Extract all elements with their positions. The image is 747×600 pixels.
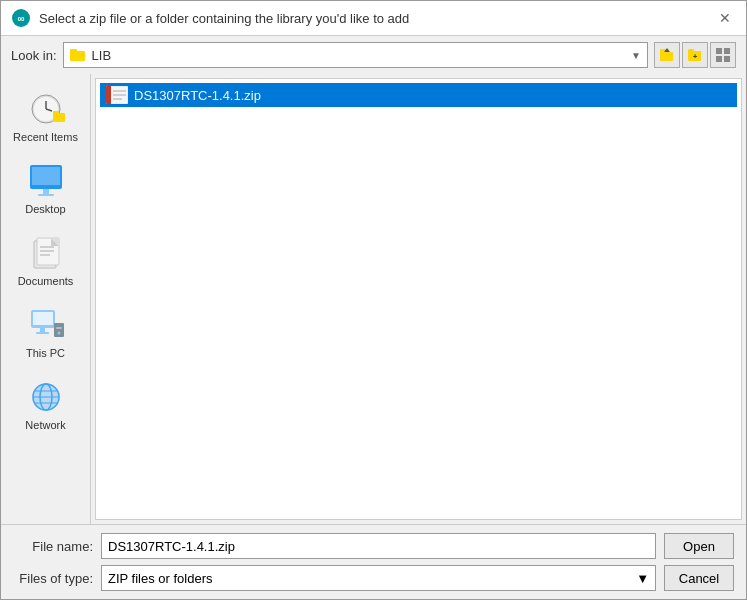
svg-rect-11 xyxy=(724,48,730,54)
network-icon xyxy=(26,377,66,417)
sidebar: Recent Items Desktop xyxy=(1,74,91,524)
title-bar-left: ∞ Select a zip file or a folder containi… xyxy=(11,8,409,28)
filetype-label: Files of type: xyxy=(13,571,93,586)
sidebar-network-label: Network xyxy=(25,419,65,431)
documents-icon xyxy=(26,233,66,273)
look-in-label: Look in: xyxy=(11,48,57,63)
recent-items-icon xyxy=(26,89,66,129)
filename-row: File name: Open xyxy=(13,533,734,559)
sidebar-documents-label: Documents xyxy=(18,275,74,287)
toolbar: Look in: LIB ▼ + xyxy=(1,36,746,74)
title-bar: ∞ Select a zip file or a folder containi… xyxy=(1,1,746,36)
desktop-icon xyxy=(26,161,66,201)
look-in-combo[interactable]: LIB ▼ xyxy=(63,42,648,68)
filetype-combo[interactable]: ZIP files or folders ▼ xyxy=(101,565,656,591)
file-name: DS1307RTC-1.4.1.zip xyxy=(134,88,261,103)
close-button[interactable]: ✕ xyxy=(714,7,736,29)
zip-file-icon xyxy=(106,86,128,104)
view-toggle-button[interactable] xyxy=(710,42,736,68)
cancel-button[interactable]: Cancel xyxy=(664,565,734,591)
toolbar-buttons: + xyxy=(654,42,736,68)
sidebar-item-documents[interactable]: Documents xyxy=(6,226,86,294)
svg-rect-13 xyxy=(724,56,730,62)
new-folder-button[interactable]: + xyxy=(682,42,708,68)
svg-rect-34 xyxy=(36,332,49,334)
dialog: ∞ Select a zip file or a folder containi… xyxy=(0,0,747,600)
new-folder-icon: + xyxy=(687,47,703,63)
dropdown-arrow-icon: ▼ xyxy=(631,50,641,61)
main-area: Recent Items Desktop xyxy=(1,74,746,524)
svg-text:∞: ∞ xyxy=(17,13,24,24)
this-pc-icon xyxy=(26,305,66,345)
filetype-row: Files of type: ZIP files or folders ▼ Ca… xyxy=(13,565,734,591)
app-icon: ∞ xyxy=(11,8,31,28)
navigate-up-button[interactable] xyxy=(654,42,680,68)
file-browser[interactable]: DS1307RTC-1.4.1.zip xyxy=(95,78,742,520)
look-in-value: LIB xyxy=(92,48,626,63)
filename-label: File name: xyxy=(13,539,93,554)
svg-point-37 xyxy=(57,332,60,335)
open-button[interactable]: Open xyxy=(664,533,734,559)
sidebar-item-this-pc[interactable]: This PC xyxy=(6,298,86,366)
svg-rect-12 xyxy=(716,56,722,62)
svg-text:+: + xyxy=(693,52,698,61)
svg-rect-22 xyxy=(43,189,49,194)
svg-rect-3 xyxy=(70,49,77,53)
sidebar-item-desktop[interactable]: Desktop xyxy=(6,154,86,222)
sidebar-item-recent-items[interactable]: Recent Items xyxy=(6,82,86,150)
svg-rect-36 xyxy=(56,327,62,329)
svg-rect-32 xyxy=(33,312,53,325)
svg-rect-35 xyxy=(54,323,64,337)
bottom-area: File name: Open Files of type: ZIP files… xyxy=(1,524,746,599)
folder-icon xyxy=(70,48,86,62)
svg-rect-33 xyxy=(40,328,45,332)
sidebar-desktop-label: Desktop xyxy=(25,203,65,215)
svg-rect-46 xyxy=(109,86,111,104)
filename-input[interactable] xyxy=(101,533,656,559)
svg-rect-19 xyxy=(53,111,59,115)
dialog-title: Select a zip file or a folder containing… xyxy=(39,11,409,26)
svg-rect-10 xyxy=(716,48,722,54)
svg-rect-23 xyxy=(38,194,54,196)
svg-rect-21 xyxy=(32,167,60,185)
filetype-value: ZIP files or folders xyxy=(108,571,213,586)
up-folder-icon xyxy=(659,47,675,63)
file-item[interactable]: DS1307RTC-1.4.1.zip xyxy=(100,83,737,107)
filetype-dropdown-icon: ▼ xyxy=(636,571,649,586)
sidebar-thispc-label: This PC xyxy=(26,347,65,359)
sidebar-recent-label: Recent Items xyxy=(13,131,78,143)
sidebar-item-network[interactable]: Network xyxy=(6,370,86,438)
view-icon xyxy=(715,47,731,63)
